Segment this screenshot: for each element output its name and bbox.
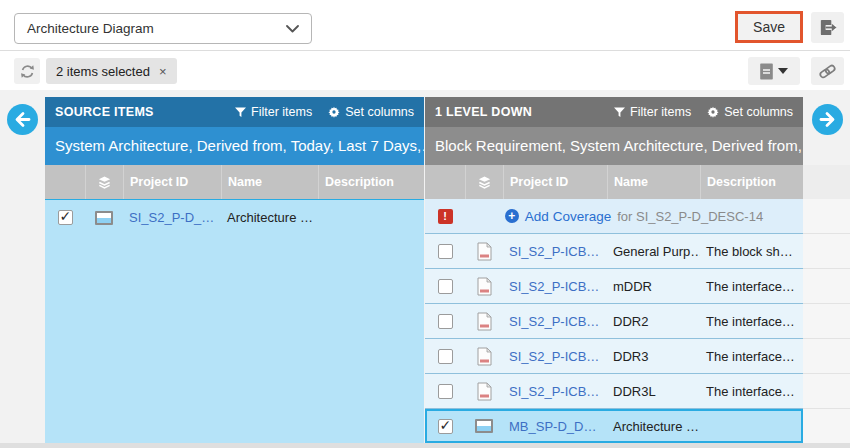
- column-project-id[interactable]: Project ID: [123, 165, 221, 199]
- caret-down-icon: [778, 68, 788, 74]
- row-checkbox[interactable]: [438, 279, 453, 294]
- view-selector-value: Architecture Diagram: [27, 21, 154, 36]
- add-coverage-row: ! + Add Coverage for SI_S2_P-D_DESC-14: [425, 199, 803, 234]
- row-checkbox[interactable]: [438, 244, 453, 259]
- set-columns-label: Set columns: [724, 105, 793, 119]
- arrow-left-icon: [7, 104, 38, 135]
- table-row[interactable]: SI_S2_P-ICB… mDDR The interface…: [425, 269, 803, 304]
- selection-toolbar-right: [748, 57, 844, 85]
- selected-items-chip: 2 items selected ×: [46, 58, 177, 84]
- prev-level-button[interactable]: [7, 104, 38, 135]
- row-checkbox[interactable]: [438, 349, 453, 364]
- item-description: The interface…: [700, 384, 803, 399]
- table-row[interactable]: MB_SP-D_D… Architecture …: [425, 409, 803, 443]
- item-name: Architecture …: [221, 210, 318, 225]
- gear-icon: [328, 106, 340, 118]
- column-project-id[interactable]: Project ID: [503, 165, 607, 199]
- column-description[interactable]: Description: [318, 165, 424, 199]
- level-down-column-headers: Project ID Name Description: [425, 165, 803, 199]
- table-row[interactable]: SI_S2_P-ICB… DDR3L The interface…: [425, 374, 803, 409]
- item-description: The interface…: [700, 279, 803, 294]
- requirement-doc-icon: [477, 382, 492, 401]
- item-name: Architecture …: [607, 419, 700, 434]
- table-row[interactable]: SI_S2_P-ICB… General Purp… The block sh…: [425, 234, 803, 269]
- filter-funnel-icon: [235, 107, 246, 118]
- level-down-table-body: ! + Add Coverage for SI_S2_P-D_DESC-14 S…: [425, 199, 803, 443]
- level-down-panel-header: 1 LEVEL DOWN Filter items Set columns: [425, 97, 803, 127]
- filter-items-label: Filter items: [630, 105, 691, 119]
- project-id-link[interactable]: SI_S2_P-ICB…: [503, 244, 607, 259]
- chip-close-icon[interactable]: ×: [159, 64, 167, 79]
- top-toolbar-right: Save: [735, 11, 844, 43]
- row-checkbox[interactable]: [438, 419, 453, 434]
- source-set-columns-button[interactable]: Set columns: [328, 105, 414, 119]
- table-row[interactable]: SI_S2_P-D_… Architecture …: [45, 200, 424, 235]
- selection-toolbar: 2 items selected ×: [0, 52, 850, 90]
- export-button[interactable]: [811, 12, 844, 43]
- project-id-link[interactable]: SI_S2_P-ICB…: [503, 349, 607, 364]
- save-button[interactable]: Save: [738, 14, 800, 40]
- filter-items-label: Filter items: [251, 105, 312, 119]
- overflow-column-area: [803, 199, 850, 443]
- top-toolbar: Architecture Diagram Save: [0, 0, 850, 51]
- plus-circle-icon: +: [505, 209, 519, 223]
- source-panel-header: SOURCE ITEMS Filter items Set columns: [45, 97, 424, 127]
- add-coverage-context: for SI_S2_P-D_DESC-14: [617, 209, 763, 224]
- project-id-link[interactable]: SI_S2_P-D_…: [123, 210, 221, 225]
- item-name: DDR3L: [607, 384, 700, 399]
- source-table-body: SI_S2_P-D_… Architecture …: [45, 199, 424, 443]
- level-down-panel-title: 1 LEVEL DOWN: [435, 105, 532, 119]
- gear-icon: [707, 106, 719, 118]
- column-name[interactable]: Name: [221, 165, 318, 199]
- column-item-type: [85, 165, 123, 199]
- item-name: mDDR: [607, 279, 700, 294]
- row-checkbox[interactable]: [58, 210, 73, 225]
- link-button[interactable]: [811, 57, 844, 85]
- level-down-panel: 1 LEVEL DOWN Filter items Set columns: [425, 97, 803, 443]
- project-id-link[interactable]: SI_S2_P-ICB…: [503, 279, 607, 294]
- source-items-panel: SOURCE ITEMS Filter items Set columns: [45, 97, 424, 443]
- item-description: The interface…: [700, 314, 803, 329]
- item-name: DDR2: [607, 314, 700, 329]
- view-selector-dropdown[interactable]: Architecture Diagram: [14, 13, 312, 44]
- item-type-stack-icon: [97, 175, 112, 190]
- item-description: The interface…: [700, 349, 803, 364]
- row-checkbox[interactable]: [438, 384, 453, 399]
- level-down-filter-summary[interactable]: Block Requirement, System Architecture, …: [425, 127, 803, 165]
- column-name[interactable]: Name: [607, 165, 700, 199]
- requirement-doc-icon: [477, 277, 492, 296]
- table-row[interactable]: SI_S2_P-ICB… DDR3 The interface…: [425, 339, 803, 374]
- row-checkbox[interactable]: [438, 314, 453, 329]
- source-filter-items-button[interactable]: Filter items: [235, 105, 312, 119]
- arrow-right-icon: [812, 104, 843, 135]
- refresh-button[interactable]: [14, 58, 40, 84]
- diagram-icon: [475, 419, 493, 433]
- add-coverage-link[interactable]: Add Coverage: [525, 209, 611, 224]
- project-id-link[interactable]: MB_SP-D_D…: [503, 419, 607, 434]
- bottom-edge: [0, 443, 850, 448]
- column-description[interactable]: Description: [700, 165, 803, 199]
- refresh-icon: [19, 63, 36, 80]
- chevron-down-icon: [286, 25, 299, 33]
- table-row[interactable]: SI_S2_P-ICB… DDR2 The interface…: [425, 304, 803, 339]
- overflow-column-header: [803, 165, 850, 199]
- report-document-icon: [760, 63, 773, 80]
- level-down-filter-items-button[interactable]: Filter items: [614, 105, 691, 119]
- project-id-link[interactable]: SI_S2_P-ICB…: [503, 384, 607, 399]
- chip-label: 2 items selected: [56, 64, 150, 79]
- export-icon: [818, 18, 837, 37]
- project-id-link[interactable]: SI_S2_P-ICB…: [503, 314, 607, 329]
- set-columns-label: Set columns: [345, 105, 414, 119]
- level-down-set-columns-button[interactable]: Set columns: [707, 105, 793, 119]
- requirement-doc-icon: [477, 347, 492, 366]
- filter-funnel-icon: [614, 107, 625, 118]
- requirement-doc-icon: [477, 312, 492, 331]
- next-level-button[interactable]: [812, 104, 843, 135]
- source-filter-summary[interactable]: System Architecture, Derived from, Today…: [45, 127, 424, 165]
- column-item-type: [465, 165, 503, 199]
- item-name: General Purp…: [607, 244, 700, 259]
- requirement-doc-icon: [477, 242, 492, 261]
- column-select: [425, 165, 465, 199]
- report-dropdown-button[interactable]: [748, 57, 800, 85]
- save-highlight-annotation: Save: [735, 11, 803, 43]
